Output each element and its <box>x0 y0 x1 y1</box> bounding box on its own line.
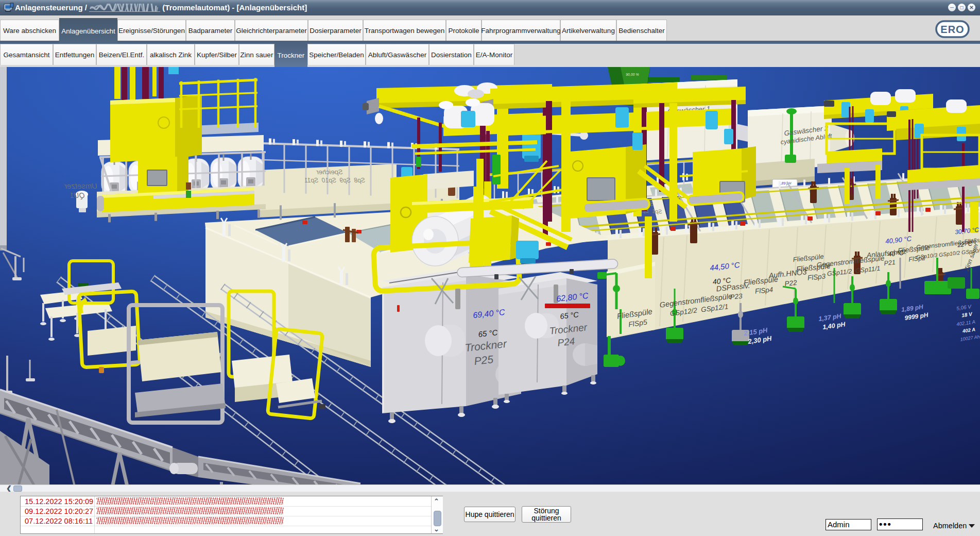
svg-text:P25: P25 <box>473 353 494 367</box>
svg-text:Sp8 Sp9 Sp10 Sp11: Sp8 Sp9 Sp10 Sp11 <box>304 177 365 184</box>
svg-text:Speicher: Speicher <box>316 168 343 176</box>
svg-text:P21: P21 <box>884 259 896 267</box>
svg-text:P24: P24 <box>557 336 575 348</box>
svg-text:90,00 %: 90,00 % <box>626 73 639 76</box>
svg-text:ERO: ERO <box>940 24 964 35</box>
svg-text:Umsetzer: Umsetzer <box>64 181 97 190</box>
svg-text:P22: P22 <box>784 279 798 288</box>
svg-text:QU1: QU1 <box>70 191 85 199</box>
svg-text:P23: P23 <box>730 292 743 301</box>
